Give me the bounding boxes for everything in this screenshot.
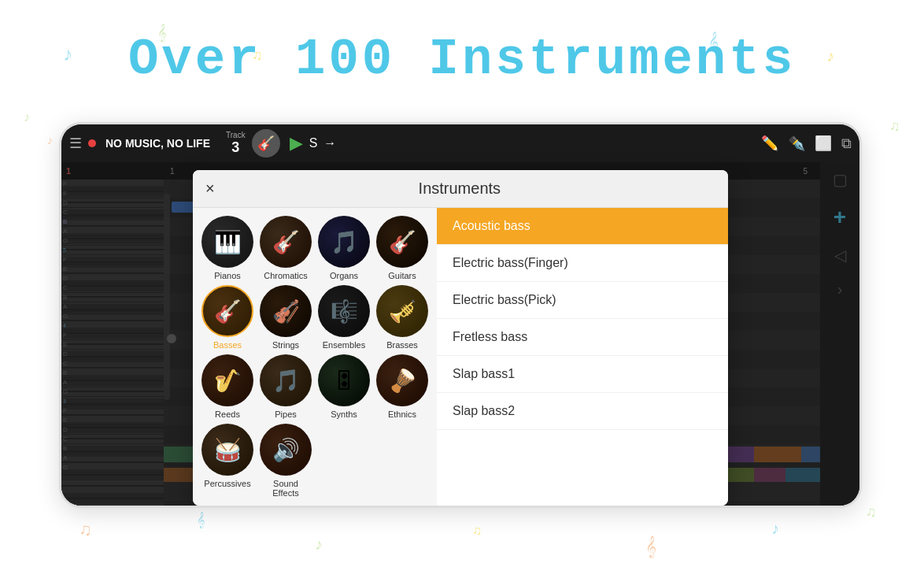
device-frame: ☰ NO MUSIC, NO LIFE Track 3 🎸 ▶ S → ✏️ ✒…: [59, 122, 862, 508]
copy-icon[interactable]: ⧉: [841, 135, 852, 152]
category-label-ethnics: Ethnics: [388, 410, 416, 419]
category-icon-ethnics: 🪘: [389, 368, 416, 394]
category-label-guitars: Guitars: [388, 271, 416, 280]
modal-body: 🎹Pianos🎸Chromatics🎵Organs🎸Guitars🎸Basses…: [193, 208, 728, 506]
daw-topbar: ☰ NO MUSIC, NO LIFE Track 3 🎸 ▶ S → ✏️ ✒…: [61, 124, 859, 162]
modal-header: × Instruments: [193, 170, 728, 208]
category-label-chromatics: Chromatics: [264, 271, 308, 280]
category-item-strings[interactable]: 🎻Strings: [259, 285, 312, 350]
deco-note-14: ♪: [47, 134, 53, 146]
categories-panel: 🎹Pianos🎸Chromatics🎵Organs🎸Guitars🎸Basses…: [193, 208, 437, 506]
category-label-strings: Strings: [272, 340, 299, 350]
transport-controls: ▶ S →: [290, 133, 337, 154]
track-area: Track 3: [226, 131, 246, 156]
topbar-right-icons: ✏️ ✒️ ⬜ ⧉: [761, 135, 852, 152]
category-circle-soundeffects: 🔊: [260, 424, 312, 476]
edit-icon[interactable]: ✏️: [761, 135, 778, 152]
category-circle-chromatics: 🎸: [260, 216, 312, 268]
category-item-ensembles[interactable]: 🎼Ensembles: [317, 285, 371, 350]
play-button[interactable]: ▶: [290, 133, 303, 154]
deco-note-4: ♫: [79, 520, 92, 540]
modal-title: Instruments: [227, 180, 692, 198]
instrument-item-fretless-bass[interactable]: Fretless bass: [437, 319, 728, 356]
deco-note-10: ♫: [866, 504, 877, 521]
category-circle-pipes: 🎵: [260, 354, 312, 406]
category-label-pianos: Pianos: [214, 271, 241, 280]
category-item-reeds[interactable]: 🎷Reeds: [201, 354, 254, 419]
category-item-basses[interactable]: 🎸Basses: [201, 285, 254, 350]
category-icon-ensembles: 🎼: [331, 298, 358, 324]
deco-note-6: ♪: [315, 536, 323, 554]
category-circle-percussives: 🥁: [201, 424, 253, 476]
category-circle-basses: 🎸: [201, 285, 253, 337]
category-icon-basses: 🎸: [214, 298, 242, 324]
category-icon-reeds: 🎷: [214, 368, 242, 394]
instrument-item-electric-bass-finger[interactable]: Electric bass(Finger): [437, 245, 728, 282]
category-circle-reeds: 🎷: [201, 354, 253, 406]
category-icon-guitars: 🎸: [389, 229, 416, 255]
category-circle-ethnics: 🪘: [376, 354, 428, 406]
pencil-icon[interactable]: ✒️: [788, 135, 805, 152]
category-icon-pipes: 🎵: [272, 368, 300, 394]
category-icon-pianos: 🎹: [214, 229, 242, 255]
category-label-ensembles: Ensembles: [323, 340, 365, 350]
instruments-modal: × Instruments 🎹Pianos🎸Chromatics🎵Organs🎸…: [193, 170, 728, 506]
category-circle-organs: 🎵: [318, 216, 370, 268]
category-item-soundeffects[interactable]: 🔊Sound Effects: [259, 424, 312, 498]
instruments-list: Acoustic bassElectric bass(Finger)Electr…: [437, 208, 728, 506]
category-icon-strings: 🎻: [272, 298, 300, 324]
category-item-organs[interactable]: 🎵Organs: [317, 216, 371, 280]
daw-background: ☰ NO MUSIC, NO LIFE Track 3 🎸 ▶ S → ✏️ ✒…: [61, 124, 859, 506]
modal-overlay: × Instruments 🎹Pianos🎸Chromatics🎵Organs🎸…: [61, 162, 859, 506]
deco-note-3: ♪: [24, 110, 30, 124]
eraser-icon[interactable]: ⬜: [815, 135, 832, 152]
category-circle-strings: 🎻: [260, 285, 312, 337]
category-item-ethnics[interactable]: 🪘Ethnics: [375, 354, 429, 419]
record-dot: [88, 139, 96, 147]
title-area: Over 100 Instruments: [0, 32, 924, 88]
deco-note-5: 𝄞: [197, 512, 205, 528]
category-item-synths[interactable]: 🎛Synths: [317, 354, 371, 419]
category-item-brasses[interactable]: 🎺Brasses: [375, 285, 429, 350]
category-label-organs: Organs: [330, 271, 358, 280]
category-item-pipes[interactable]: 🎵Pipes: [259, 354, 312, 419]
category-icon-brasses: 🎺: [389, 298, 416, 324]
category-circle-brasses: 🎺: [376, 285, 428, 337]
instrument-item-slap-bass1[interactable]: Slap bass1: [437, 356, 728, 393]
deco-note-13: ♫: [889, 118, 900, 135]
category-label-soundeffects: Sound Effects: [259, 479, 312, 498]
category-label-synths: Synths: [331, 410, 357, 419]
forward-button[interactable]: →: [323, 136, 336, 150]
category-label-percussives: Percussives: [204, 479, 250, 488]
category-circle-synths: 🎛: [318, 354, 370, 406]
category-item-guitars[interactable]: 🎸Guitars: [375, 216, 429, 280]
category-icon-organs: 🎵: [331, 229, 358, 255]
track-number: 3: [231, 139, 239, 156]
category-icon-chromatics: 🎸: [272, 229, 300, 255]
instrument-item-electric-bass-pick[interactable]: Electric bass(Pick): [437, 282, 728, 319]
category-icon-synths: 🎛: [333, 368, 355, 394]
category-label-pipes: Pipes: [275, 410, 297, 419]
category-item-chromatics[interactable]: 🎸Chromatics: [259, 216, 312, 280]
menu-icon[interactable]: ☰: [69, 135, 82, 152]
category-circle-guitars: 🎸: [376, 216, 428, 268]
category-label-basses: Basses: [213, 340, 242, 350]
modal-close-button[interactable]: ×: [205, 180, 215, 198]
loop-button[interactable]: S: [309, 136, 318, 150]
deco-note-7: ♫: [472, 524, 482, 538]
category-circle-pianos: 🎹: [201, 216, 253, 268]
deco-note-8: 𝄞: [645, 536, 656, 558]
category-icon-soundeffects: 🔊: [272, 437, 300, 463]
category-label-reeds: Reeds: [215, 410, 240, 419]
instrument-item-acoustic-bass[interactable]: Acoustic bass: [437, 208, 728, 245]
main-title: Over 100 Instruments: [128, 32, 796, 88]
app-title: NO MUSIC, NO LIFE: [105, 137, 210, 150]
deco-note-9: ♪: [771, 520, 779, 538]
track-label: Track: [226, 131, 246, 139]
category-label-brasses: Brasses: [386, 340, 418, 350]
instrument-item-slap-bass2[interactable]: Slap bass2: [437, 393, 728, 430]
category-item-percussives[interactable]: 🥁Percussives: [201, 424, 254, 498]
category-circle-ensembles: 🎼: [318, 285, 370, 337]
instrument-icon[interactable]: 🎸: [252, 129, 280, 158]
category-item-pianos[interactable]: 🎹Pianos: [201, 216, 254, 280]
